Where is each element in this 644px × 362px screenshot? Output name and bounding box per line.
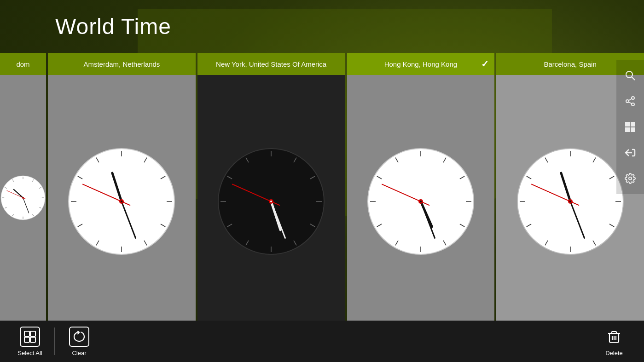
svg-line-96 (629, 99, 632, 101)
bottom-divider (54, 328, 55, 355)
svg-point-93 (626, 100, 629, 103)
clock-face-container-newyork (197, 75, 345, 328)
svg-point-89 (569, 201, 571, 202)
delete-icon (604, 327, 624, 347)
clear-button[interactable]: Clear (58, 323, 100, 360)
clock-svg-newyork (216, 146, 326, 257)
svg-point-90 (626, 71, 632, 78)
clock-card-hongkong[interactable]: Hong Kong, Hong Kong ✓ (347, 53, 495, 362)
svg-rect-105 (24, 337, 29, 342)
selected-checkmark: ✓ (481, 58, 489, 69)
svg-point-102 (629, 177, 632, 180)
search-icon[interactable] (622, 67, 638, 84)
settings-icon[interactable] (622, 170, 638, 187)
clock-face-container-hongkong (347, 75, 495, 328)
svg-point-92 (632, 97, 634, 99)
share-icon[interactable] (622, 93, 638, 109)
windows-icon[interactable] (622, 119, 638, 135)
clock-card-london[interactable]: dom (0, 53, 46, 362)
clock-card-newyork[interactable]: New York, United States Of America (197, 53, 345, 362)
delete-label: Delete (605, 350, 623, 356)
clock-svg-amsterdam (66, 146, 177, 257)
app-container: World Time dom (0, 0, 644, 362)
svg-line-91 (632, 77, 635, 80)
svg-rect-103 (24, 331, 29, 336)
svg-point-71 (420, 201, 422, 202)
clear-label: Clear (72, 350, 86, 356)
clock-svg-hongkong (366, 146, 476, 257)
clock-header-newyork: New York, United States Of America (197, 53, 345, 75)
svg-point-53 (270, 201, 272, 202)
back-icon[interactable] (622, 144, 638, 161)
svg-point-17 (23, 197, 23, 198)
svg-rect-98 (631, 122, 635, 126)
clear-icon (69, 327, 89, 347)
clocks-container: dom (0, 53, 644, 362)
clock-face-container-london (0, 75, 46, 321)
svg-rect-100 (631, 127, 635, 132)
sidebar-icons (616, 60, 644, 194)
delete-button[interactable]: Delete (593, 327, 635, 356)
clock-face-container-amsterdam (48, 75, 196, 328)
clock-svg-barcelona (515, 146, 626, 257)
select-all-label: Select All (17, 350, 42, 356)
page-title: World Time (0, 0, 644, 48)
clock-header-amsterdam: Amsterdam, Netherlands (48, 53, 196, 75)
svg-rect-97 (625, 122, 630, 126)
clock-svg-london (0, 143, 46, 253)
select-all-button[interactable]: Select All (9, 323, 51, 360)
svg-rect-99 (625, 127, 630, 132)
svg-rect-104 (30, 331, 35, 336)
svg-point-35 (121, 201, 122, 202)
clock-card-amsterdam[interactable]: Amsterdam, Netherlands (48, 53, 196, 362)
clock-header-london: dom (0, 53, 46, 75)
svg-rect-106 (30, 337, 35, 342)
svg-point-94 (632, 103, 634, 106)
svg-line-95 (629, 102, 632, 104)
bottom-bar: Select All Clear (0, 321, 644, 362)
clock-header-hongkong: Hong Kong, Hong Kong (347, 53, 495, 75)
select-all-icon (20, 327, 40, 347)
